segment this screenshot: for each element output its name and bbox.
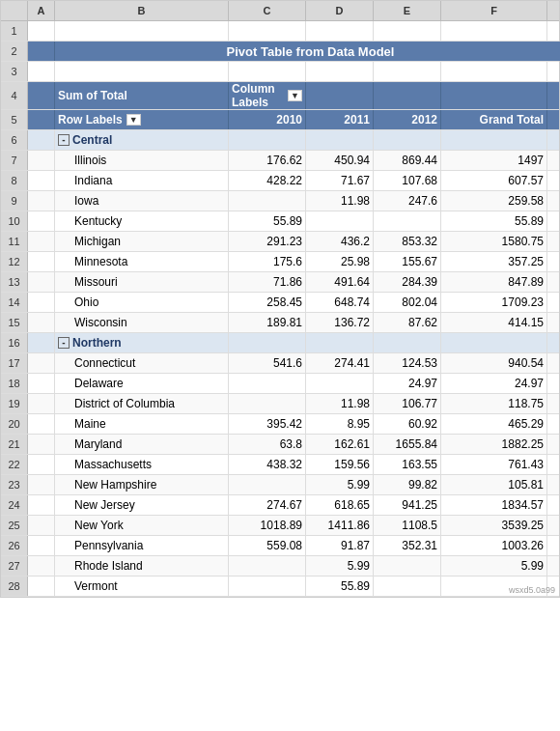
row-28: 28 Vermont 55.89 [1,576,559,597]
cell-18e: 24.97 [374,374,441,393]
rownum-13: 13 [1,272,28,292]
cell-20e: 60.92 [374,414,441,434]
cell-22c: 438.32 [229,455,306,474]
cell-17c: 541.6 [229,353,306,373]
central-label: Central [72,133,112,147]
cell-21f: 1882.25 [441,435,547,454]
cell-7a [28,151,55,170]
cell-8c: 428.22 [229,171,306,190]
row-24: 24 New Jersey 274.67 618.65 941.25 1834.… [1,495,559,516]
cell-25e: 1108.5 [374,516,441,535]
cell-26a [28,536,55,555]
rownum-7: 7 [1,151,28,170]
rownum-27: 27 [1,556,28,576]
cell-15d: 136.72 [306,313,374,332]
cell-22b: Massachusetts [55,455,229,474]
cell-12b: Minnesota [55,252,229,271]
cell-19e: 106.77 [374,394,441,413]
cell-2a [28,42,55,61]
rownum-2: 2 [1,42,28,61]
cell-17f: 940.54 [441,353,547,373]
cell-28c [229,576,306,596]
cell-17d: 274.41 [306,353,374,373]
row-3: 3 [1,62,559,82]
cell-13d: 491.64 [306,272,374,292]
rownum-24: 24 [1,495,28,515]
cell-26f: 1003.26 [441,536,547,555]
cell-8b: Indiana [55,171,229,190]
row-27: 27 Rhode Island 5.99 5.99 [1,556,559,576]
row-22: 22 Massachusetts 438.32 159.56 163.55 76… [1,455,559,475]
cell-12c: 175.6 [229,252,306,271]
cell-10a [28,211,55,231]
cell-1a [28,21,55,41]
rownum-4: 4 [1,82,28,109]
row-15: 15 Wisconsin 189.81 136.72 87.62 414.15 [1,313,559,333]
cell-27a [28,556,55,576]
row-labels-dropdown-icon[interactable]: ▼ [126,114,141,126]
cell-4d [306,82,374,109]
cell-17e: 124.53 [374,353,441,373]
row-12: 12 Minnesota 175.6 25.98 155.67 357.25 [1,252,559,272]
cell-11c: 291.23 [229,232,306,251]
cell-23e: 99.82 [374,475,441,494]
cell-6d [306,130,374,150]
cell-4f [441,82,547,109]
rownum-23: 23 [1,475,28,494]
cell-19f: 118.75 [441,394,547,413]
cell-27f: 5.99 [441,556,547,576]
cell-19c [229,394,306,413]
cell-18c [229,374,306,393]
cell-1d [306,21,374,41]
row-25: 25 New York 1018.89 1411.86 1108.5 3539.… [1,516,559,536]
cell-22a [28,455,55,474]
row-18: 18 Delaware 24.97 24.97 [1,374,559,394]
central-expand-icon[interactable]: - [58,134,70,146]
rownum-9: 9 [1,191,28,211]
cell-22f: 761.43 [441,455,547,474]
northern-expand-icon[interactable]: - [58,337,70,349]
cell-15a [28,313,55,332]
cell-12a [28,252,55,271]
cell-18d [306,374,374,393]
cell-19d: 11.98 [306,394,374,413]
cell-9b: Iowa [55,191,229,211]
cell-27e [374,556,441,576]
row-6-central: 6 - Central [1,130,559,151]
cell-3f [441,62,547,81]
cell-8d: 71.67 [306,171,374,190]
cell-7b: Illinois [55,151,229,170]
cell-5c-2010: 2010 [229,110,306,129]
cell-26c: 559.08 [229,536,306,555]
cell-21c: 63.8 [229,435,306,454]
cell-18b: Delaware [55,374,229,393]
row-13: 13 Missouri 71.86 491.64 284.39 847.89 [1,272,559,293]
cell-23d: 5.99 [306,475,374,494]
col-header-b: B [55,1,229,20]
cell-12f: 357.25 [441,252,547,271]
cell-20d: 8.95 [306,414,374,434]
row-17: 17 Connecticut 541.6 274.41 124.53 940.5… [1,353,559,374]
cell-24a [28,495,55,515]
rownum-5: 5 [1,110,28,129]
cell-27b: Rhode Island [55,556,229,576]
cell-26d: 91.87 [306,536,374,555]
cell-26e: 352.31 [374,536,441,555]
column-labels-dropdown-icon[interactable]: ▼ [288,90,302,101]
cell-8a [28,171,55,190]
cell-24f: 1834.57 [441,495,547,515]
cell-6c [229,130,306,150]
cell-27d: 5.99 [306,556,374,576]
cell-28e [374,576,441,596]
cell-16c [229,333,306,352]
cell-16e [374,333,441,352]
rownum-19: 19 [1,394,28,413]
cell-20c: 395.42 [229,414,306,434]
cell-25a [28,516,55,535]
cell-7c: 176.62 [229,151,306,170]
cell-28b: Vermont [55,576,229,596]
cell-24d: 618.65 [306,495,374,515]
cell-5f-grand-total: Grand Total [441,110,547,129]
cell-7d: 450.94 [306,151,374,170]
cell-14b: Ohio [55,293,229,312]
